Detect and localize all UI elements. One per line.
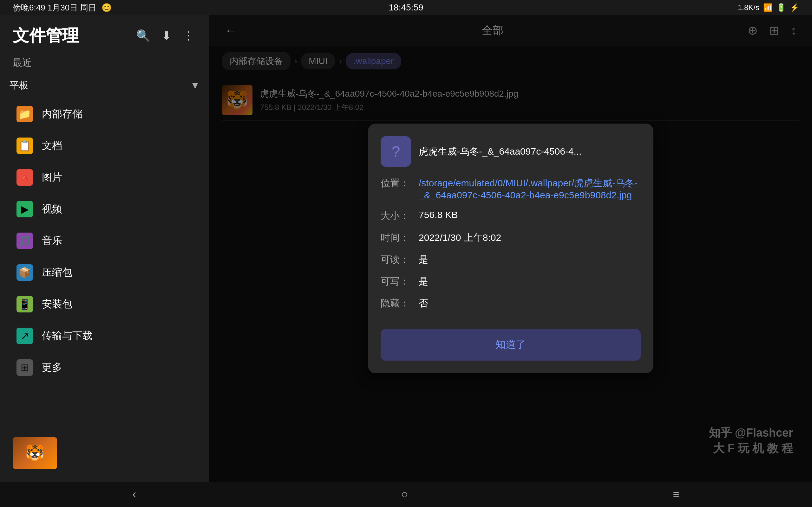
dialog-label-hidden: 隐藏： — [380, 297, 412, 310]
dialog-row-time: 时间： 2022/1/30 上午8:02 — [380, 231, 641, 244]
videos-icon: ▶ — [16, 201, 33, 217]
nav-home-button[interactable]: ○ — [389, 485, 421, 504]
bottom-nav: ‹ ○ ≡ — [0, 482, 812, 507]
sidebar-item-documents[interactable]: 📋 文档 — [4, 130, 206, 161]
dialog-value-time: 2022/1/30 上午8:02 — [419, 231, 641, 244]
sidebar-item-more[interactable]: ⊞ 更多 — [4, 352, 206, 383]
sidebar-section-tablet[interactable]: 平板 ▼ — [0, 76, 209, 98]
sidebar-section-label: 平板 — [9, 79, 29, 92]
sidebar-item-label-apk: 安装包 — [42, 297, 72, 311]
sidebar-recent-label: 最近 — [0, 53, 209, 76]
sidebar-item-label-more: 更多 — [42, 360, 62, 375]
more-icon: ⊞ — [16, 359, 33, 376]
sidebar-item-images[interactable]: 🔺 图片 — [4, 162, 206, 193]
battery-icon: 🔋 — [776, 3, 786, 12]
dialog-label-readable: 可读： — [380, 253, 412, 266]
dialog-icon-symbol: ? — [392, 143, 400, 160]
dialog-label-time: 时间： — [380, 231, 412, 244]
dialog-value-size: 756.8 KB — [419, 210, 641, 220]
dialog-label-size: 大小： — [380, 210, 412, 222]
nav-menu-button[interactable]: ≡ — [660, 485, 692, 504]
internal-storage-icon: 📁 — [16, 106, 33, 122]
sidebar-item-label-archives: 压缩包 — [42, 266, 72, 279]
status-emoji: 😊 — [101, 3, 112, 13]
sidebar-title: 文件管理 — [13, 25, 79, 47]
sidebar-header: 文件管理 🔍 ⬇ ⋮ — [0, 15, 209, 53]
charging-icon: ⚡ — [790, 3, 799, 12]
sidebar-section-arrow: ▼ — [190, 80, 200, 91]
sidebar-item-music[interactable]: 🎵 音乐 — [4, 226, 206, 256]
sidebar-item-apk[interactable]: 📱 安装包 — [4, 289, 206, 320]
sidebar-item-internal-storage[interactable]: 📁 内部存储 — [4, 99, 206, 129]
images-icon: 🔺 — [16, 169, 33, 186]
dialog: ? 虎虎生威-乌冬-_&_64aa097c-4506-4... 位置： /sto… — [368, 124, 653, 373]
sidebar-item-archives[interactable]: 📦 压缩包 — [4, 257, 206, 288]
dialog-row-writable: 可写： 是 — [380, 275, 641, 288]
wifi-icon: 📶 — [763, 3, 773, 12]
sidebar-item-transfer[interactable]: ↗ 传输与下载 — [4, 321, 206, 351]
dialog-value-hidden: 否 — [419, 297, 641, 310]
archives-icon: 📦 — [16, 264, 33, 281]
status-date: 傍晚6:49 1月30日 周日 — [13, 2, 96, 13]
transfer-icon: ↗ — [16, 328, 33, 344]
status-left: 傍晚6:49 1月30日 周日 😊 — [13, 2, 112, 13]
main-layout: 文件管理 🔍 ⬇ ⋮ 最近 平板 ▼ 📁 内部存储 📋 文档 🔺 图片 ▶ 视频 — [0, 15, 812, 482]
sidebar-bottom: 🐯 — [0, 431, 209, 475]
dialog-file-icon: ? — [380, 136, 411, 167]
status-right: 1.8K/s 📶 🔋 ⚡ — [738, 3, 799, 12]
sidebar-item-label-music: 音乐 — [42, 234, 62, 248]
dialog-body: 位置： /storage/emulated/0/MIUI/.wallpaper/… — [380, 177, 641, 329]
nav-back-button[interactable]: ‹ — [120, 485, 149, 504]
content-area: ← 全部 ⊕ ⊞ ↕ 内部存储设备 › MIUI › .wallpaper 🐯 — [209, 15, 812, 482]
sidebar-item-label-transfer: 传输与下载 — [42, 329, 93, 343]
music-icon: 🎵 — [16, 233, 33, 249]
sidebar: 文件管理 🔍 ⬇ ⋮ 最近 平板 ▼ 📁 内部存储 📋 文档 🔺 图片 ▶ 视频 — [0, 15, 209, 482]
dialog-row-hidden: 隐藏： 否 — [380, 297, 641, 310]
dialog-label-writable: 可写： — [380, 275, 412, 288]
sidebar-icons: 🔍 ⬇ ⋮ — [134, 26, 197, 45]
apk-icon: 📱 — [16, 296, 33, 313]
sidebar-item-label-internal: 内部存储 — [42, 107, 83, 121]
dialog-label-location: 位置： — [380, 177, 412, 190]
network-speed: 1.8K/s — [738, 3, 759, 12]
dialog-value-readable: 是 — [419, 253, 641, 266]
sidebar-mascot: 🐯 — [0, 431, 209, 475]
more-button[interactable]: ⋮ — [180, 26, 197, 45]
download-button[interactable]: ⬇ — [159, 26, 174, 45]
dialog-value-writable: 是 — [419, 275, 641, 288]
sidebar-item-label-documents: 文档 — [42, 139, 62, 153]
status-bar: 傍晚6:49 1月30日 周日 😊 18:45:59 1.8K/s 📶 🔋 ⚡ — [0, 0, 812, 15]
dialog-overlay: ? 虎虎生威-乌冬-_&_64aa097c-4506-4... 位置： /sto… — [209, 15, 812, 482]
status-time: 18:45:59 — [389, 3, 423, 13]
dialog-value-location: /storage/emulated/0/MIUI/.wallpaper/虎虎生威… — [419, 177, 641, 201]
dialog-title: 虎虎生威-乌冬-_&_64aa097c-4506-4... — [419, 145, 641, 158]
dialog-header: ? 虎虎生威-乌冬-_&_64aa097c-4506-4... — [380, 136, 641, 167]
documents-icon: 📋 — [16, 137, 33, 154]
search-button[interactable]: 🔍 — [134, 26, 153, 45]
dialog-row-readable: 可读： 是 — [380, 253, 641, 266]
dialog-confirm-button[interactable]: 知道了 — [380, 329, 641, 360]
sidebar-item-label-images: 图片 — [42, 170, 62, 184]
mascot-image: 🐯 — [13, 437, 57, 469]
dialog-row-location: 位置： /storage/emulated/0/MIUI/.wallpaper/… — [380, 177, 641, 201]
sidebar-item-videos[interactable]: ▶ 视频 — [4, 194, 206, 224]
sidebar-item-label-videos: 视频 — [42, 202, 62, 216]
dialog-row-size: 大小： 756.8 KB — [380, 210, 641, 222]
